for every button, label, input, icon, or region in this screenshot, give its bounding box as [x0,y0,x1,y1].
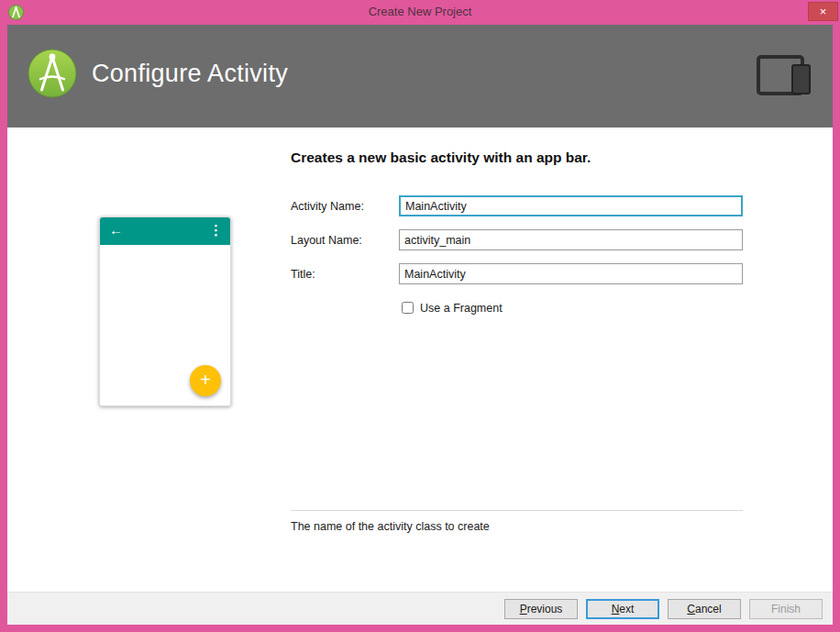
title-input[interactable] [399,263,743,284]
wizard-header: Configure Activity [7,25,833,128]
page-title: Configure Activity [92,60,288,88]
divider [291,510,743,511]
hint-text: The name of the activity class to create [291,520,490,533]
next-label: ext [619,603,634,615]
activity-name-row: Activity Name: [291,195,743,216]
finish-label: Finish [771,603,801,615]
window-title: Create New Project [0,5,840,18]
device-preview-icon [756,54,812,96]
android-studio-logo [28,49,77,98]
cancel-label: ancel [695,603,722,615]
preview-app-bar: ← ⋮ [100,217,230,245]
plus-icon: + [200,370,211,390]
fragment-row: Use a Fragment [291,297,743,318]
layout-name-input[interactable] [399,229,743,250]
close-icon: × [820,5,827,18]
finish-button: Finish [749,599,823,619]
layout-name-row: Layout Name: [291,229,743,250]
close-button[interactable]: × [808,2,838,21]
activity-name-label: Activity Name: [291,200,399,213]
fab-button: + [190,365,221,396]
titlebar[interactable]: Create New Project × [0,0,840,25]
wizard-content: Creates a new basic activity with an app… [7,128,833,592]
cancel-mnemonic: C [687,603,695,615]
activity-form: Activity Name: Layout Name: Title: Use a… [291,195,743,331]
dialog-button-bar: Previous Next Cancel Finish [7,592,833,625]
use-fragment-checkbox[interactable] [402,302,414,314]
title-row: Title: [291,263,743,284]
create-new-project-window: Create New Project × [0,0,840,632]
overflow-menu-icon: ⋮ [209,222,223,238]
description-heading: Creates a new basic activity with an app… [291,150,591,166]
back-arrow-icon: ← [109,222,123,238]
layout-name-label: Layout Name: [291,234,399,247]
previous-label: revious [527,603,563,615]
previous-button[interactable]: Previous [504,599,578,619]
next-button[interactable]: Next [586,599,659,619]
activity-preview: ← ⋮ + [99,216,231,406]
cancel-button[interactable]: Cancel [668,599,741,619]
title-label: Title: [291,268,399,281]
dialog-body: Configure Activity Creates a new basic a… [7,25,833,625]
use-fragment-label[interactable]: Use a Fragment [420,302,503,315]
activity-name-input[interactable] [399,195,743,216]
previous-mnemonic: P [520,603,527,615]
